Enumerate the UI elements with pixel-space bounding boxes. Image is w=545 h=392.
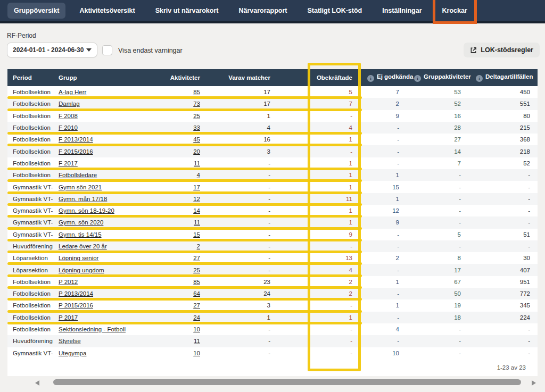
group-link[interactable]: Ledare över 20 år bbox=[59, 243, 107, 249]
column-header-aktiviteter[interactable]: Aktiviteter bbox=[154, 69, 208, 86]
scrollbar-thumb[interactable] bbox=[53, 379, 521, 385]
group-link[interactable]: F 2017 bbox=[59, 160, 78, 166]
activities-link[interactable]: 10 bbox=[193, 350, 200, 356]
group-link[interactable]: P 2012 bbox=[53, 276, 154, 288]
activities-link[interactable]: 12 bbox=[154, 193, 208, 205]
group-link[interactable]: A-lag Herr bbox=[59, 89, 86, 95]
activities-link[interactable]: 15 bbox=[193, 231, 200, 238]
activities-link[interactable]: 33 bbox=[154, 122, 208, 134]
column-header-deltagartillf-llen[interactable]: iDeltagartillfällen bbox=[468, 69, 538, 86]
activities-link[interactable]: 24 bbox=[154, 312, 208, 323]
group-link[interactable]: Gymn sön 2021 bbox=[59, 184, 102, 190]
group-link[interactable]: F 2008 bbox=[59, 113, 78, 119]
activities-link[interactable]: 27 bbox=[193, 302, 200, 308]
group-link[interactable]: Sektionsledning - Fotboll bbox=[53, 323, 154, 335]
group-link[interactable]: F 2010 bbox=[53, 122, 154, 134]
group-link[interactable]: Styrelse bbox=[59, 338, 81, 344]
activities-link[interactable]: 85 bbox=[193, 279, 200, 285]
activities-link[interactable]: 27 bbox=[193, 255, 200, 261]
tab-n-rvarorapport[interactable]: Närvarorapport bbox=[232, 3, 293, 19]
group-link[interactable]: F 2008 bbox=[53, 110, 154, 122]
group-link[interactable]: Gymn sön 2021 bbox=[53, 181, 154, 193]
activities-link[interactable]: 12 bbox=[193, 196, 200, 202]
column-header-gruppaktiviteter[interactable]: iGruppaktiviteter bbox=[407, 69, 468, 86]
group-link[interactable]: P 2015/2016 bbox=[53, 299, 154, 311]
scroll-left-icon[interactable] bbox=[35, 380, 39, 386]
tab-inst-llningar[interactable]: Inställningar bbox=[376, 3, 428, 19]
group-link[interactable]: P 2017 bbox=[53, 312, 154, 323]
activities-link[interactable]: 27 bbox=[154, 299, 208, 311]
group-link[interactable]: Damlag bbox=[59, 101, 80, 107]
activities-link[interactable]: 2 bbox=[154, 240, 208, 252]
group-link[interactable]: P 2017 bbox=[59, 314, 78, 321]
group-link[interactable]: Utegympa bbox=[53, 347, 154, 359]
group-link[interactable]: Löpning ungdom bbox=[59, 267, 104, 273]
activities-link[interactable]: 73 bbox=[154, 98, 208, 110]
activities-link[interactable]: 17 bbox=[193, 184, 200, 190]
group-link[interactable]: Gymn. sön 2020 bbox=[53, 216, 154, 228]
activities-link[interactable]: 45 bbox=[154, 134, 208, 145]
activities-link[interactable]: 4 bbox=[197, 172, 200, 178]
group-link[interactable]: P 2013/2014 bbox=[53, 288, 154, 299]
column-header-obekr-ftade[interactable]: Obekräftade bbox=[278, 69, 360, 86]
activities-link[interactable]: 11 bbox=[154, 157, 208, 169]
group-link[interactable]: Löpning senior bbox=[53, 252, 154, 264]
tab-statligt-lok-st-d[interactable]: Statligt LOK-stöd bbox=[301, 3, 368, 19]
activities-link[interactable]: 15 bbox=[154, 229, 208, 240]
activities-link[interactable]: 2 bbox=[197, 243, 200, 249]
activities-link[interactable]: 14 bbox=[154, 205, 208, 216]
group-link[interactable]: Styrelse bbox=[53, 335, 154, 347]
activities-link[interactable]: 17 bbox=[154, 181, 208, 193]
group-link[interactable]: Damlag bbox=[53, 98, 154, 110]
column-header-period[interactable]: Period bbox=[7, 69, 53, 86]
info-icon[interactable]: i bbox=[414, 75, 421, 82]
activities-link[interactable]: 20 bbox=[193, 148, 200, 155]
group-link[interactable]: Gymn. tis 14/15 bbox=[53, 229, 154, 240]
group-link[interactable]: F 2017 bbox=[53, 157, 154, 169]
group-link[interactable]: Gymn. mån 17/18 bbox=[53, 193, 154, 205]
activities-link[interactable]: 85 bbox=[154, 86, 208, 98]
group-link[interactable]: P 2012 bbox=[59, 279, 78, 285]
info-icon[interactable]: i bbox=[367, 75, 374, 82]
activities-link[interactable]: 14 bbox=[193, 207, 200, 214]
activities-link[interactable]: 73 bbox=[193, 101, 200, 107]
group-link[interactable]: Gymn. sön 2020 bbox=[59, 219, 103, 226]
activities-link[interactable]: 64 bbox=[193, 290, 200, 297]
activities-link[interactable]: 25 bbox=[193, 113, 200, 119]
lok-rules-button[interactable]: LOK-stödsregler bbox=[464, 43, 540, 57]
rf-period-select[interactable]: 2024-01-01 - 2024-06-30 bbox=[7, 43, 97, 57]
group-link[interactable]: F 2015/2016 bbox=[59, 148, 93, 155]
activities-link[interactable]: 24 bbox=[193, 314, 200, 321]
column-header-grupp[interactable]: Grupp bbox=[53, 69, 154, 86]
group-link[interactable]: Utegympa bbox=[59, 350, 86, 356]
group-link[interactable]: Gymn. tis 14/15 bbox=[59, 231, 102, 238]
group-link[interactable]: Löpning ungdom bbox=[53, 264, 154, 276]
activities-link[interactable]: 85 bbox=[154, 276, 208, 288]
activities-link[interactable]: 25 bbox=[154, 110, 208, 122]
tab-skriv-ut-n-rvarokort[interactable]: Skriv ut närvarokort bbox=[149, 3, 225, 19]
tab-grupp-versikt[interactable]: Gruppöversikt bbox=[7, 3, 65, 19]
group-link[interactable]: Fotbollsledare bbox=[53, 169, 154, 181]
group-link[interactable]: F 2013/2014 bbox=[59, 136, 93, 143]
activities-link[interactable]: 10 bbox=[193, 326, 200, 332]
tab-aktivitets-versikt[interactable]: Aktivitetsöversikt bbox=[73, 3, 141, 19]
column-header-varav-matcher[interactable]: Varav matcher bbox=[208, 69, 278, 86]
activities-link[interactable]: 85 bbox=[193, 89, 200, 95]
activities-link[interactable]: 64 bbox=[154, 288, 208, 299]
activities-link[interactable]: 45 bbox=[193, 136, 200, 143]
activities-link[interactable]: 10 bbox=[154, 347, 208, 359]
activities-link[interactable]: 10 bbox=[154, 323, 208, 335]
group-link[interactable]: Fotbollsledare bbox=[59, 172, 97, 178]
group-link[interactable]: F 2015/2016 bbox=[53, 145, 154, 157]
activities-link[interactable]: 4 bbox=[154, 169, 208, 181]
activities-link[interactable]: 27 bbox=[154, 252, 208, 264]
activities-link[interactable]: 11 bbox=[154, 216, 208, 228]
group-link[interactable]: Gymn. sön 18-19-20 bbox=[53, 205, 154, 216]
activities-link[interactable]: 25 bbox=[154, 264, 208, 276]
group-link[interactable]: Gymn. mån 17/18 bbox=[59, 196, 107, 202]
scroll-right-icon[interactable] bbox=[532, 380, 536, 386]
activities-link[interactable]: 33 bbox=[193, 124, 200, 131]
group-link[interactable]: P 2013/2014 bbox=[59, 290, 93, 297]
group-link[interactable]: A-lag Herr bbox=[53, 86, 154, 98]
group-link[interactable]: Sektionsledning - Fotboll bbox=[59, 326, 126, 332]
